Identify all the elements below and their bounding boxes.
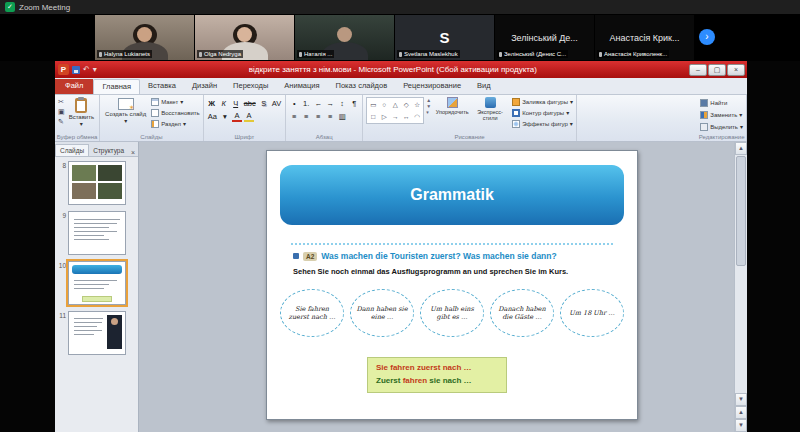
arrange-button[interactable]: Упорядочить [433,97,471,115]
mic-icon [99,52,102,57]
layout-button[interactable]: Макет▾ [151,97,199,107]
scroll-up-button[interactable]: ▲ [735,142,747,155]
shape-effects-button[interactable]: Эффекты фигур▾ [512,119,573,129]
zoom-security-shield-icon[interactable]: ✓ [5,2,15,12]
thumbnail-slide-8[interactable] [68,161,126,205]
strikethrough-button[interactable]: abc [243,98,257,109]
thumbnail-slide-9[interactable] [68,211,126,255]
paste-button[interactable]: Вставить ▾ [67,97,96,128]
columns-icon[interactable]: ▥ [337,111,347,122]
bold-button[interactable]: Ж [207,98,217,109]
decrease-indent-icon[interactable]: ← [313,98,323,109]
shape-rectangle-icon[interactable]: ▭ [368,99,378,110]
slide-canvas[interactable]: Grammatik A2 Was machen die Touristen zu… [266,150,638,420]
thumbnail-slide-11[interactable] [68,311,126,355]
exercise-instruction: Sehen Sie noch einmal das Ausflugsprogra… [293,267,568,276]
shape-arc-icon[interactable]: ◠ [412,111,422,122]
tab-insert[interactable]: Вставка [140,79,184,94]
group-label: Буфер обмена [55,134,99,140]
tab-view[interactable]: Вид [469,79,499,94]
shape-square-icon[interactable]: □ [368,111,378,122]
thumbnail-list: 8 9 10 [55,157,138,359]
change-case-button[interactable]: Аа [207,111,218,122]
cut-icon[interactable]: ✂ [58,97,65,106]
tab-review[interactable]: Рецензирование [395,79,469,94]
arrange-label: Упорядочить [436,109,469,115]
copy-icon[interactable]: ▣ [58,107,65,116]
align-right-icon[interactable]: ≡ [313,111,323,122]
show-paragraph-marks-icon[interactable]: ¶ [349,98,359,109]
shape-fill-button[interactable]: Заливка фигуры▾ [512,97,573,107]
shape-star-icon[interactable]: ☆ [412,99,422,110]
new-slide-button[interactable]: Создать слайд ▾ [103,97,148,129]
shapes-gallery-scroll[interactable]: ▲ ▼ ▾ [426,97,431,115]
justify-icon[interactable]: ≡ [325,111,335,122]
shape-arrow-icon[interactable]: → [390,111,400,122]
select-button[interactable]: Выделить▾ [700,121,743,133]
tab-file[interactable]: Файл [55,79,93,94]
save-icon[interactable] [72,66,80,74]
shape-diamond-icon[interactable]: ◇ [401,99,411,110]
restore-button[interactable]: ▢ [708,64,726,76]
participant-tile[interactable]: Анастасія Крик... Анастасія Криволенк... [595,15,694,60]
line-spacing-icon[interactable]: ↕ [337,98,347,109]
find-button[interactable]: Найти [700,97,743,109]
reset-button[interactable]: Восстановить [151,108,199,118]
align-center-icon[interactable]: ≡ [301,111,311,122]
replace-button[interactable]: Заменить▾ [700,109,743,121]
shape-triangle-icon[interactable]: △ [390,99,400,110]
bullet-list-icon[interactable]: • [289,98,299,109]
shapes-gallery-more-icon[interactable]: ▾ [426,109,431,115]
close-button[interactable]: × [727,64,745,76]
highlight-color-button[interactable]: А [244,111,254,122]
character-spacing-button[interactable]: AV [271,98,282,109]
scroll-down-button[interactable]: ▼ [735,393,747,406]
thumb-title-bar [72,265,122,274]
shape-outline-icon [512,109,520,117]
section-label: Раздел [161,119,181,129]
underline-button[interactable]: Ч [231,98,241,109]
participant-tile[interactable]: Зелінський Де... Зелінський (Денис С... [495,15,594,60]
tab-slideshow[interactable]: Показ слайдов [328,79,396,94]
undo-icon[interactable]: ↶ [83,65,90,74]
shape-double-arrow-icon[interactable]: ↔ [401,111,411,122]
tab-home[interactable]: Главная [93,79,140,94]
slide-number: 10 [57,261,66,269]
participant-tile[interactable]: Наталія ... [295,15,394,60]
align-left-icon[interactable]: ≡ [289,111,299,122]
quick-styles-button[interactable]: Экспресс-стили [471,97,509,121]
format-painter-icon[interactable]: ✎ [58,117,65,126]
tab-animations[interactable]: Анимация [276,79,327,94]
scrollbar-thumb[interactable] [736,156,746,266]
text-shadow-button[interactable]: S [259,98,269,109]
shape-pointer-icon[interactable]: ▷ [379,111,389,122]
tab-design[interactable]: Дизайн [184,79,225,94]
participant-name-label: Наталія ... [297,50,334,58]
shape-circle-icon[interactable]: ○ [379,99,389,110]
change-case-dropdown-icon[interactable]: ▾ [220,111,230,122]
powerpoint-logo-icon[interactable]: P [58,64,69,75]
previous-slide-button[interactable]: ▲ [735,406,747,419]
ribbon: ✂ ▣ ✎ Вставить ▾ Буфер обмена [55,95,747,142]
numbered-list-icon[interactable]: 1. [301,98,311,109]
tab-slides-thumbnails[interactable]: Слайды [55,144,89,156]
vertical-scrollbar[interactable]: ▲ ▼ ▲ ▼ [734,142,747,432]
next-slide-button[interactable]: ▼ [735,419,747,432]
shape-outline-button[interactable]: Контур фигуры▾ [512,108,573,118]
italic-button[interactable]: К [219,98,229,109]
shapes-gallery[interactable]: ▭ ○ △ ◇ ☆ □ ▷ → ↔ ◠ [366,97,424,124]
slide-title-box[interactable]: Grammatik [280,165,624,225]
tab-outline[interactable]: Структура [89,145,128,156]
section-button[interactable]: Раздел▾ [151,119,199,129]
powerpoint-titlebar[interactable]: P ↶ ▾ відкрите заняття з нім.мови - Micr… [55,61,747,78]
participant-tile[interactable]: Halyna Lukianets [95,15,194,60]
panel-close-icon[interactable]: × [131,149,135,156]
thumbnail-slide-10-selected[interactable] [68,261,126,305]
next-participants-button[interactable]: › [699,29,715,45]
minimize-button[interactable]: – [689,64,707,76]
increase-indent-icon[interactable]: → [325,98,335,109]
tab-transitions[interactable]: Переходы [225,79,276,94]
participant-tile[interactable]: S Svetlana Maslekhuk [395,15,494,60]
font-color-button[interactable]: А [232,111,242,122]
participant-tile[interactable]: Olga Nedryga [195,15,294,60]
